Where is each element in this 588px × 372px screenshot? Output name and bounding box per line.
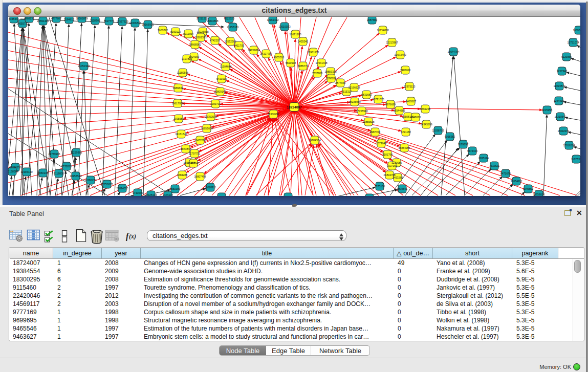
svg-text:8160123: 8160123 xyxy=(170,30,181,33)
svg-text:5820998: 5820998 xyxy=(286,61,296,64)
svg-text:15692971: 15692971 xyxy=(557,129,569,133)
svg-text:3118906: 3118906 xyxy=(90,19,100,22)
svg-text:12680272: 12680272 xyxy=(84,179,96,182)
svg-text:22750005: 22750005 xyxy=(101,183,113,186)
svg-text:3759574: 3759574 xyxy=(216,195,227,196)
svg-text:8471676: 8471676 xyxy=(500,172,511,175)
svg-text:6058382: 6058382 xyxy=(445,135,455,138)
svg-text:7632621: 7632621 xyxy=(489,164,499,167)
svg-text:16671200: 16671200 xyxy=(289,33,301,36)
svg-text:8118830: 8118830 xyxy=(54,172,64,175)
svg-text:12038703: 12038703 xyxy=(432,129,444,132)
svg-text:8987709: 8987709 xyxy=(370,130,380,134)
svg-text:20437647: 20437647 xyxy=(187,162,199,165)
svg-text:(x): (x) xyxy=(129,233,136,240)
svg-text:22125134: 22125134 xyxy=(145,193,157,196)
svg-text:1573649: 1573649 xyxy=(376,142,386,145)
svg-text:7663822: 7663822 xyxy=(158,29,168,32)
svg-text:11180566: 11180566 xyxy=(177,71,188,74)
svg-text:2877949: 2877949 xyxy=(335,81,345,84)
svg-text:18235959: 18235959 xyxy=(349,100,360,103)
svg-text:12601533: 12601533 xyxy=(194,36,206,39)
svg-text:14055712: 14055712 xyxy=(16,22,28,25)
svg-text:4784225: 4784225 xyxy=(283,195,293,196)
svg-text:4551999: 4551999 xyxy=(170,187,180,190)
svg-text:4777607: 4777607 xyxy=(51,17,61,20)
svg-text:18859328: 18859328 xyxy=(324,70,336,73)
svg-text:13226058: 13226058 xyxy=(197,30,208,33)
svg-text:9474444: 9474444 xyxy=(467,149,477,152)
svg-text:7515317: 7515317 xyxy=(341,90,352,93)
svg-text:8778813: 8778813 xyxy=(61,165,72,168)
svg-text:16226236: 16226236 xyxy=(9,166,21,169)
svg-text:2935114: 2935114 xyxy=(478,157,489,160)
svg-text:20691406: 20691406 xyxy=(37,19,49,23)
svg-text:1244419: 1244419 xyxy=(554,99,564,102)
svg-text:19151542: 19151542 xyxy=(175,133,187,136)
svg-text:16028911: 16028911 xyxy=(205,186,216,189)
svg-text:3184612: 3184612 xyxy=(64,18,74,21)
svg-text:14345699: 14345699 xyxy=(420,123,432,126)
svg-text:16653004: 16653004 xyxy=(201,127,212,130)
svg-text:8375106: 8375106 xyxy=(375,185,385,188)
svg-text:15166628: 15166628 xyxy=(348,86,360,89)
svg-text:1453268: 1453268 xyxy=(393,176,403,179)
svg-text:18724007: 18724007 xyxy=(287,105,302,109)
svg-text:9337163: 9337163 xyxy=(387,164,397,167)
svg-text:17541438: 17541438 xyxy=(315,61,327,64)
svg-text:1684288: 1684288 xyxy=(177,173,187,177)
svg-text:17016504: 17016504 xyxy=(563,144,575,147)
svg-text:9730076: 9730076 xyxy=(133,191,143,194)
svg-text:4742207: 4742207 xyxy=(210,39,220,42)
svg-text:16210643: 16210643 xyxy=(554,115,566,118)
svg-text:7537808: 7537808 xyxy=(312,72,322,75)
svg-text:4868131: 4868131 xyxy=(24,17,34,20)
svg-text:9834641: 9834641 xyxy=(397,187,407,190)
svg-text:8912954: 8912954 xyxy=(183,32,193,35)
svg-text:11229363: 11229363 xyxy=(71,151,82,154)
svg-text:6831683: 6831683 xyxy=(361,93,372,96)
svg-text:21053346: 21053346 xyxy=(78,64,90,68)
svg-text:10095898: 10095898 xyxy=(573,29,580,32)
svg-text:4950145: 4950145 xyxy=(38,171,48,174)
svg-text:13010033: 13010033 xyxy=(278,25,290,28)
svg-text:6885771: 6885771 xyxy=(298,64,308,68)
svg-text:16864956: 16864956 xyxy=(398,146,410,149)
svg-text:9139197: 9139197 xyxy=(458,143,468,146)
svg-text:2935581: 2935581 xyxy=(173,117,184,120)
svg-text:5430316: 5430316 xyxy=(216,77,227,80)
svg-text:12213967: 12213967 xyxy=(386,41,398,44)
svg-text:12194140: 12194140 xyxy=(20,170,32,173)
svg-text:14306845: 14306845 xyxy=(129,21,141,25)
svg-text:12975115: 12975115 xyxy=(404,85,416,88)
svg-text:16544685: 16544685 xyxy=(393,109,405,112)
svg-text:11797751: 11797751 xyxy=(189,152,201,155)
svg-text:9411705: 9411705 xyxy=(234,44,244,47)
svg-text:10532504: 10532504 xyxy=(224,40,236,43)
svg-text:22855828: 22855828 xyxy=(362,120,374,123)
svg-text:9227342: 9227342 xyxy=(557,70,567,73)
svg-text:9463627: 9463627 xyxy=(406,100,416,103)
svg-text:20158583: 20158583 xyxy=(8,170,18,173)
svg-text:15804568: 15804568 xyxy=(206,19,218,23)
svg-text:22750578: 22750578 xyxy=(205,115,216,118)
svg-text:2455541: 2455541 xyxy=(298,40,308,43)
svg-text:8522525: 8522525 xyxy=(224,17,234,20)
svg-text:10973493: 10973493 xyxy=(394,53,406,56)
svg-text:6048663: 6048663 xyxy=(410,116,421,119)
svg-text:20961231: 20961231 xyxy=(307,51,319,54)
svg-text:7485063: 7485063 xyxy=(400,69,410,72)
svg-text:18668561: 18668561 xyxy=(189,43,201,46)
svg-text:4055987: 4055987 xyxy=(163,194,173,196)
svg-text:3298284: 3298284 xyxy=(326,77,336,80)
svg-text:21834535: 21834535 xyxy=(116,187,128,190)
svg-text:3101794: 3101794 xyxy=(382,153,393,156)
svg-text:5345441: 5345441 xyxy=(9,17,19,20)
svg-text:18758016: 18758016 xyxy=(533,193,545,196)
svg-text:16644784: 16644784 xyxy=(447,50,459,53)
svg-text:21769995: 21769995 xyxy=(48,152,60,156)
svg-text:5627774: 5627774 xyxy=(104,19,114,23)
svg-text:4955518: 4955518 xyxy=(274,56,284,59)
svg-text:18166905: 18166905 xyxy=(142,23,154,26)
svg-text:9245652: 9245652 xyxy=(523,187,533,190)
